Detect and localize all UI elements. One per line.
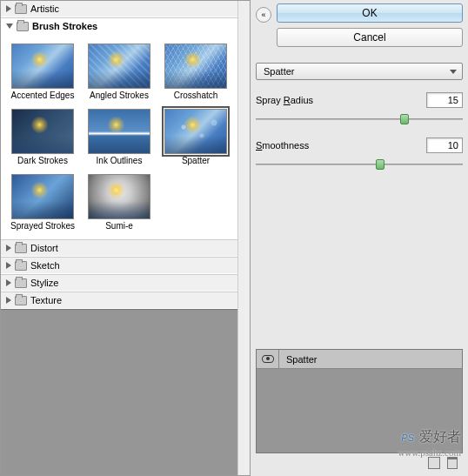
filter-thumbnail (11, 109, 74, 154)
category-stylize[interactable]: Stylize (1, 274, 237, 292)
delete-effect-layer-button[interactable] (447, 457, 458, 469)
empty-area (1, 309, 237, 475)
filter-label: Accented Edges (11, 91, 75, 100)
filter-item[interactable]: Dark Strokes (8, 107, 77, 167)
folder-icon (15, 4, 27, 14)
category-label: Distort (30, 243, 58, 253)
new-effect-layer-button[interactable] (428, 457, 440, 469)
category-artistic[interactable]: Artistic (1, 1, 237, 17)
expand-icon (6, 245, 11, 251)
filter-label: Ink Outlines (97, 156, 143, 165)
filter-label: Spatter (182, 156, 210, 165)
folder-icon (17, 22, 29, 31)
filter-item[interactable]: Ink Outlines (84, 107, 154, 167)
layer-name: Spatter (279, 354, 324, 365)
filter-label: Sprayed Strokes (10, 221, 75, 231)
filter-item[interactable]: Crosshatch (161, 42, 231, 102)
ok-button[interactable]: OK (277, 3, 463, 23)
filter-thumbnail (88, 109, 150, 154)
category-label: Sketch (30, 260, 60, 271)
expand-icon (6, 279, 11, 286)
filter-item[interactable]: Sprayed Strokes (8, 172, 77, 232)
expand-icon (6, 5, 11, 12)
filter-grid: Accented EdgesAngled StrokesCrosshatchDa… (1, 35, 237, 239)
category-sketch[interactable]: Sketch (1, 257, 237, 274)
filter-thumbnail (164, 44, 227, 89)
filter-dropdown[interactable]: Spatter (256, 63, 463, 80)
filter-thumbnail (164, 109, 227, 154)
category-texture[interactable]: Texture (1, 292, 237, 309)
visibility-toggle[interactable] (257, 350, 279, 368)
filter-item[interactable]: Sumi-e (84, 172, 154, 232)
filter-item[interactable]: Accented Edges (8, 42, 77, 102)
filter-gallery-panel: Artistic Brush Strokes Accented EdgesAng… (0, 0, 251, 476)
folder-icon (15, 244, 27, 253)
eye-icon (262, 355, 274, 363)
category-label: Brush Strokes (32, 21, 97, 31)
folder-icon (15, 278, 27, 288)
param-label: Smoothness (256, 140, 419, 151)
param-spray-radius: Spray Radius (256, 92, 463, 108)
filter-label: Dark Strokes (17, 156, 68, 165)
filter-label: Sumi-e (105, 221, 133, 231)
filter-label: Crosshatch (174, 91, 218, 100)
expand-icon (6, 262, 11, 269)
settings-panel: « OK Cancel Spatter Spray Radius Smoothn… (251, 0, 468, 476)
filter-thumbnail (11, 44, 74, 89)
smoothness-input[interactable] (426, 137, 463, 153)
filter-thumbnail (88, 174, 150, 219)
folder-icon (15, 296, 27, 305)
effect-layer-row[interactable]: Spatter (257, 350, 462, 369)
collapse-panel-button[interactable]: « (256, 7, 271, 23)
scrollbar[interactable] (237, 1, 250, 475)
collapse-icon (6, 23, 13, 29)
expand-icon (6, 297, 11, 304)
category-label: Texture (30, 295, 62, 305)
category-label: Artistic (30, 3, 59, 14)
dropdown-selected: Spatter (264, 66, 294, 77)
spray-radius-input[interactable] (426, 92, 463, 108)
category-brush-strokes[interactable]: Brush Strokes (1, 17, 237, 35)
layer-footer (256, 453, 463, 473)
param-smoothness: Smoothness (256, 137, 463, 153)
filter-thumbnail (88, 44, 150, 89)
smoothness-slider[interactable] (256, 158, 463, 171)
filter-item[interactable]: Spatter (161, 107, 231, 167)
cancel-button[interactable]: Cancel (277, 28, 463, 47)
category-distort[interactable]: Distort (1, 239, 237, 257)
filter-thumbnail (11, 174, 74, 219)
filter-label: Angled Strokes (90, 91, 149, 100)
spray-radius-slider[interactable] (256, 113, 463, 125)
effect-layers-panel: Spatter (256, 349, 463, 453)
category-label: Stylize (30, 278, 58, 288)
slider-thumb[interactable] (376, 159, 384, 170)
folder-icon (15, 261, 27, 271)
filter-item[interactable]: Angled Strokes (84, 42, 154, 102)
param-label: Spray Radius (256, 95, 419, 105)
slider-thumb[interactable] (400, 114, 409, 124)
